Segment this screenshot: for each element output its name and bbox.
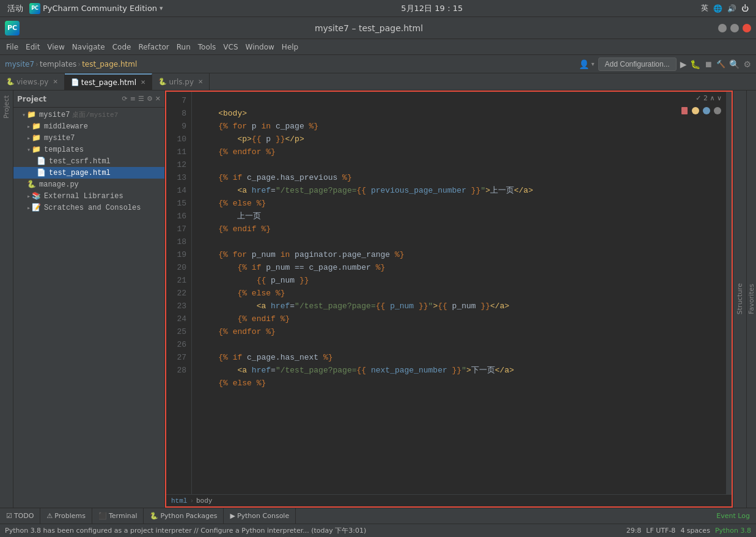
tree-item-test-page[interactable]: 📄 test_page.html xyxy=(13,167,164,179)
line-ending: LF UTF-8 xyxy=(646,527,675,535)
menu-navigate[interactable]: Navigate xyxy=(68,42,109,53)
project-panel-btn[interactable]: Project xyxy=(2,93,10,121)
bottom-tab-python-console[interactable]: ▶ Python Console xyxy=(224,508,296,524)
bottom-tab-terminal[interactable]: ⬛ Terminal xyxy=(92,508,144,524)
sidebar-filter-btn[interactable]: ☰ xyxy=(138,95,144,103)
tree-item-middleware[interactable]: ▸ 📁 middleware xyxy=(13,120,164,132)
structure-label[interactable]: Structure xyxy=(733,281,746,317)
os-lang: 英 xyxy=(701,3,708,13)
interpreter-msg: Python 3.8 has been configured as a proj… xyxy=(5,526,622,535)
window-maximize-btn[interactable] xyxy=(730,24,739,32)
path-html[interactable]: html xyxy=(171,497,187,505)
tree-item-mysite7-sub[interactable]: ▸ 📁 mysite7 xyxy=(13,132,164,144)
line-numbers: 7 8 9 10 11 12 13 14 15 16 17 18 19 20 2… xyxy=(166,92,192,494)
python-version[interactable]: Python 3.8 xyxy=(715,527,751,535)
breadcrumb-file[interactable]: test_page.html xyxy=(82,60,137,69)
tab-close-test-page[interactable]: ✕ xyxy=(141,79,145,86)
tab-test-page-html[interactable]: 📄 test_page.html ✕ xyxy=(65,73,153,90)
python-packages-icon: 🐍 xyxy=(150,512,158,520)
bottom-tab-event-log[interactable]: Event Log xyxy=(710,508,756,524)
breadcrumb-root[interactable]: mysite7 xyxy=(5,60,34,69)
scratches-icon: 📝 xyxy=(32,203,41,212)
sidebar-layout-btn[interactable]: ≡ xyxy=(130,95,136,103)
sidebar-close-btn[interactable]: ✕ xyxy=(155,95,161,103)
tree-label-mysite7-sub: mysite7 xyxy=(44,134,75,143)
tree-label-test-csrf: test_csrf.html xyxy=(49,157,111,166)
favorites-panel[interactable]: Favorites xyxy=(746,91,756,508)
app-logo: PC xyxy=(5,21,20,35)
sidebar-settings-btn[interactable]: ⚙ xyxy=(147,95,153,103)
fold-indicator[interactable]: ✓ 2 ∧ ∨ xyxy=(695,94,722,102)
tree-item-scratches[interactable]: ▸ 📝 Scratches and Consoles xyxy=(13,202,164,213)
window-title: mysite7 – test_page.html xyxy=(315,23,423,33)
bookmark-icon[interactable] xyxy=(680,106,689,117)
svg-point-1 xyxy=(692,107,699,114)
html-icon-testpage: 📄 xyxy=(37,168,46,177)
menu-file[interactable]: File xyxy=(2,42,22,53)
sidebar-project-label: Project xyxy=(17,95,120,103)
circle-dark-icon xyxy=(713,106,722,117)
menu-refactor[interactable]: Refactor xyxy=(134,42,172,53)
python-console-label: Python Console xyxy=(237,512,289,520)
expand-templates-icon: ▾ xyxy=(27,146,31,154)
expand-scratches-icon: ▸ xyxy=(27,204,31,212)
tree-item-external-libs[interactable]: ▸ 📚 External Libraries xyxy=(13,190,164,202)
tab-close-urls[interactable]: ✕ xyxy=(198,78,203,85)
code-line-26: {% if c_page.has_next %} xyxy=(199,353,333,362)
code-line-19: {% if p_num == c_page.number %} xyxy=(199,263,385,272)
add-configuration-button[interactable]: Add Configuration... xyxy=(598,57,677,71)
sidebar-sync-btn[interactable]: ⟳ xyxy=(122,95,128,103)
pycharm-logo: PC xyxy=(29,3,40,14)
tab-views-py[interactable]: 🐍 views.py ✕ xyxy=(0,73,65,90)
python-console-icon: ▶ xyxy=(230,512,235,520)
path-body[interactable]: body xyxy=(196,497,212,505)
svg-point-3 xyxy=(714,107,721,114)
tree-label-mysite7-root: mysite7 xyxy=(39,111,70,119)
tab-icon-views: 🐍 xyxy=(6,78,15,86)
search-everywhere-btn[interactable]: 🔍 xyxy=(729,59,739,69)
window-minimize-btn[interactable] xyxy=(718,24,727,32)
settings-btn[interactable]: ⚙ xyxy=(743,59,751,69)
code-line-10: {% endfor %} xyxy=(199,147,276,157)
menu-view[interactable]: View xyxy=(43,42,68,53)
tree-item-test-csrf[interactable]: 📄 test_csrf.html xyxy=(13,155,164,167)
os-volume-icon: 🔊 xyxy=(727,4,736,13)
expand-ext-libs-icon: ▸ xyxy=(27,193,31,200)
py-icon-manage: 🐍 xyxy=(27,180,36,189)
favorites-label[interactable]: Favorites xyxy=(745,281,756,317)
bottom-tab-problems[interactable]: ⚠ Problems xyxy=(40,508,92,524)
bottom-tab-todo[interactable]: ☑ TODO xyxy=(0,508,40,524)
menu-tools[interactable]: Tools xyxy=(194,42,220,53)
breadcrumb-templates[interactable]: templates xyxy=(40,60,76,69)
menu-window[interactable]: Window xyxy=(242,42,278,53)
tab-label-views: views.py xyxy=(17,78,48,86)
menu-run[interactable]: Run xyxy=(173,42,194,53)
os-app-name[interactable]: PyCharm Community Edition xyxy=(43,4,157,13)
tree-item-templates[interactable]: ▾ 📁 templates xyxy=(13,144,164,155)
tree-item-mysite7-root[interactable]: ▾ 📁 mysite7 桌面/mysite7 xyxy=(13,109,164,120)
run-btn[interactable]: ▶ xyxy=(680,59,687,69)
menu-edit[interactable]: Edit xyxy=(22,42,43,53)
html-icon-csrf: 📄 xyxy=(37,157,46,166)
stop-btn[interactable]: ⏹ xyxy=(704,59,713,69)
menu-vcs[interactable]: VCS xyxy=(219,42,241,53)
os-network-icon: 🌐 xyxy=(713,4,722,13)
tab-urls-py[interactable]: 🐍 urls.py ✕ xyxy=(152,73,210,90)
window-close-btn[interactable] xyxy=(743,24,751,32)
structure-panel[interactable]: Structure xyxy=(733,91,746,508)
menu-code[interactable]: Code xyxy=(109,42,135,53)
debug-btn[interactable]: 🐛 xyxy=(690,59,700,69)
editor-scrollbar[interactable] xyxy=(725,92,732,494)
svg-rect-0 xyxy=(681,107,688,114)
bottom-tab-python-packages[interactable]: 🐍 Python Packages xyxy=(144,508,224,524)
user-icon-dropdown[interactable]: ▾ xyxy=(592,61,595,67)
os-activity[interactable]: 活动 xyxy=(7,3,23,14)
build-btn[interactable]: 🔨 xyxy=(716,60,725,69)
menu-help[interactable]: Help xyxy=(278,42,302,53)
tab-close-views[interactable]: ✕ xyxy=(53,78,57,85)
tree-item-manage-py[interactable]: 🐍 manage.py xyxy=(13,179,164,190)
user-icon[interactable]: 👤 xyxy=(579,59,589,69)
tab-icon-urls: 🐍 xyxy=(158,78,167,86)
code-editor[interactable]: <body> {% for p in c_page %} <p>{{ p }}<… xyxy=(192,92,725,494)
code-line-24: {% endfor %} xyxy=(199,327,276,336)
